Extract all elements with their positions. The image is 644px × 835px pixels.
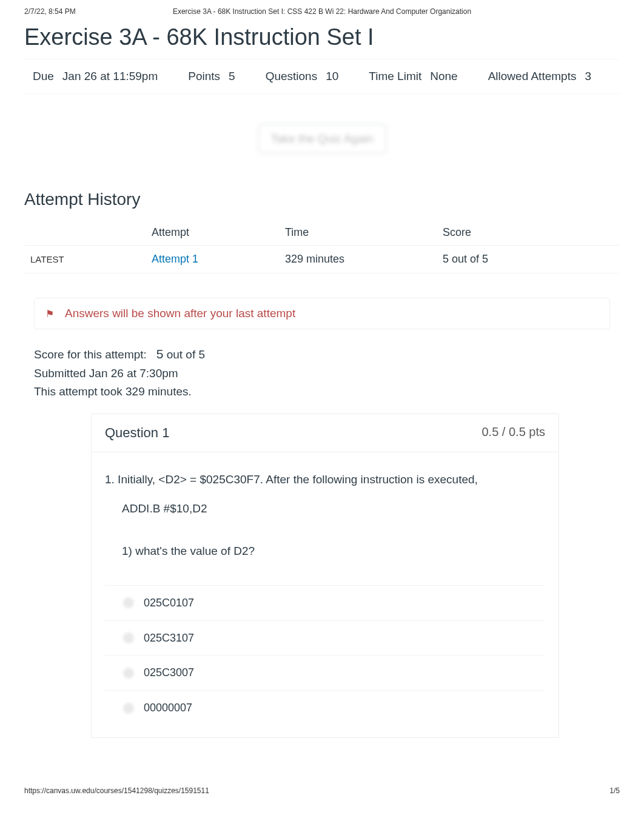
score-line-3: This attempt took 329 minutes. — [34, 383, 610, 401]
question-card: Question 1 0.5 / 0.5 pts 1. Initially, <… — [91, 414, 559, 738]
meta-due: Due Jan 26 at 11:59pm — [33, 67, 158, 86]
attempt-link[interactable]: Attempt 1 — [152, 253, 198, 265]
col-blank — [24, 221, 146, 246]
meta-points-value: 5 — [229, 67, 235, 86]
answer-option[interactable]: 025C0107 — [105, 585, 545, 620]
row-time: 329 minutes — [279, 246, 437, 273]
attempt-history-table: Attempt Time Score LATEST Attempt 1 329 … — [24, 221, 620, 273]
score-value: 5 — [156, 347, 164, 361]
question-title: Question 1 — [105, 425, 169, 441]
print-doc-title: Exercise 3A - 68K Instruction Set I: CSS… — [127, 7, 517, 16]
meta-timelimit: Time Limit None — [369, 67, 457, 86]
row-score: 5 out of 5 — [437, 246, 620, 273]
meta-attempts: Allowed Attempts 3 — [488, 67, 591, 86]
question-code: ADDI.B #$10,D2 — [122, 500, 545, 518]
question-points: 0.5 / 0.5 pts — [481, 425, 545, 441]
col-time: Time — [279, 221, 437, 246]
meta-attempts-label: Allowed Attempts — [488, 67, 577, 86]
page-title: Exercise 3A - 68K Instruction Set I — [24, 24, 620, 50]
footer-page: 1/5 — [609, 786, 620, 795]
print-footer: https://canvas.uw.edu/courses/1541298/qu… — [24, 738, 620, 807]
attempt-history-title: Attempt History — [24, 190, 620, 209]
print-header: 2/7/22, 8:54 PM Exercise 3A - 68K Instru… — [24, 0, 620, 21]
radio-icon — [123, 632, 134, 643]
meta-timelimit-value: None — [430, 67, 457, 86]
answers-notice: ⚑ Answers will be shown after your last … — [34, 298, 610, 329]
score-info: Score for this attempt: 5 out of 5 Submi… — [34, 344, 610, 401]
meta-questions-value: 10 — [326, 67, 338, 86]
answer-option[interactable]: 00000007 — [105, 690, 545, 725]
row-tag: LATEST — [24, 246, 146, 273]
footer-url: https://canvas.uw.edu/courses/1541298/qu… — [24, 786, 209, 795]
question-header: Question 1 0.5 / 0.5 pts — [92, 414, 558, 452]
print-datetime: 2/7/22, 8:54 PM — [24, 7, 127, 16]
row-attempt: Attempt 1 — [146, 246, 279, 273]
meta-points: Points 5 — [188, 67, 235, 86]
answers-notice-text: Answers will be shown after your last at… — [65, 307, 295, 320]
answer-text: 025C3007 — [144, 664, 194, 682]
take-again-wrap: Take the Quiz Again — [24, 124, 620, 153]
meta-questions: Questions 10 — [266, 67, 339, 86]
radio-icon — [123, 703, 134, 714]
answer-text: 025C0107 — [144, 594, 194, 612]
meta-points-label: Points — [188, 67, 220, 86]
meta-due-label: Due — [33, 67, 54, 86]
answer-text: 025C3107 — [144, 629, 194, 647]
radio-icon — [123, 597, 134, 608]
question-prompt-2: 1) what's the value of D2? — [122, 542, 545, 560]
score-line-2: Submitted Jan 26 at 7:30pm — [34, 364, 610, 383]
answer-text: 00000007 — [144, 699, 192, 717]
flag-icon: ⚑ — [45, 308, 54, 320]
score-suffix: out of 5 — [167, 348, 205, 361]
score-prefix: Score for this attempt: — [34, 348, 147, 361]
answer-option[interactable]: 025C3107 — [105, 620, 545, 656]
meta-questions-label: Questions — [266, 67, 318, 86]
meta-attempts-value: 3 — [585, 67, 591, 86]
answer-option[interactable]: 025C3007 — [105, 655, 545, 690]
meta-timelimit-label: Time Limit — [369, 67, 421, 86]
col-attempt: Attempt — [146, 221, 279, 246]
question-prompt-1: 1. Initially, <D2> = $025C30F7. After th… — [105, 471, 545, 489]
score-line-1: Score for this attempt: 5 out of 5 — [34, 344, 610, 364]
col-score: Score — [437, 221, 620, 246]
table-header-row: Attempt Time Score — [24, 221, 620, 246]
radio-icon — [123, 668, 134, 679]
answers-list: 025C0107 025C3107 025C3007 00000007 — [105, 585, 545, 725]
question-body: 1. Initially, <D2> = $025C30F7. After th… — [92, 452, 558, 737]
take-quiz-again-button[interactable]: Take the Quiz Again — [258, 124, 386, 153]
quiz-meta: Due Jan 26 at 11:59pm Points 5 Questions… — [24, 59, 620, 94]
table-row: LATEST Attempt 1 329 minutes 5 out of 5 — [24, 246, 620, 273]
meta-due-value: Jan 26 at 11:59pm — [62, 67, 158, 86]
